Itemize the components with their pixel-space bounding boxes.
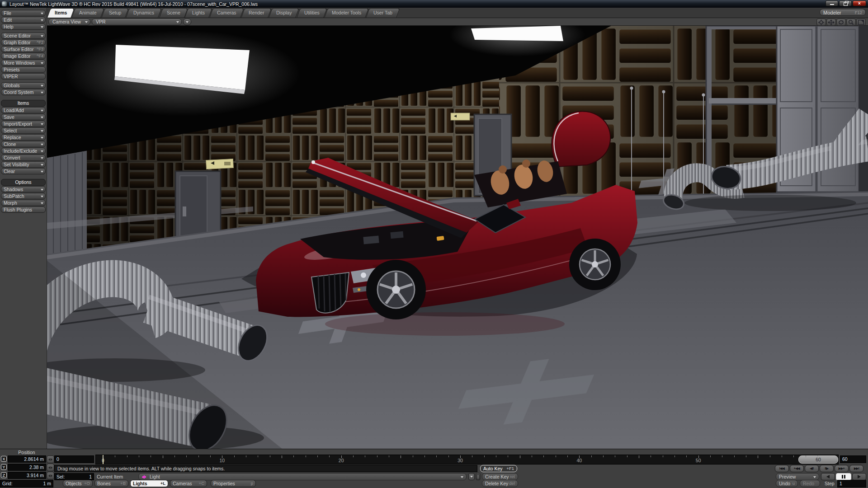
tab-lights[interactable]: Lights [184,8,212,18]
play-reverse-button[interactable] [821,473,835,480]
tab-modeler-tools[interactable]: Modeler Tools [324,8,369,18]
tab-scene[interactable]: Scene [159,8,188,18]
previous-key-button[interactable]: +◀◀ [790,465,804,472]
sidebar-item-help[interactable]: Help [1,23,46,30]
sidebar-item-clear[interactable]: Clear [1,168,46,174]
tab-setup[interactable]: Setup [101,8,129,18]
sidebar-item-presets[interactable]: Presets [1,66,46,73]
stepper-right-icon [51,458,52,461]
sidebar-item-more-windows[interactable]: More Windows [1,60,46,66]
sidebar-item-image-editor[interactable]: Image Editor^F4 [1,53,46,59]
tab-animate[interactable]: Animate [72,8,104,18]
create-key-button[interactable]: Create Key ret [482,473,518,480]
tab-user-tab[interactable]: User Tab [366,8,400,18]
timeline-end-handle[interactable]: 60 [798,455,838,464]
item-tab-lights[interactable]: Lights+L [130,480,168,487]
close-button[interactable]: × [853,0,866,6]
minimize-button[interactable] [826,0,838,6]
restore-icon [844,2,848,6]
sidebar-item-edit[interactable]: Edit [1,17,46,23]
redo-button[interactable]: Redo [800,480,820,487]
tab-items[interactable]: Items [47,8,75,18]
go-to-start-button[interactable]: I◀◀ [775,465,789,472]
current-item-list-button[interactable] [468,473,475,480]
auto-key-button[interactable]: Auto Key +F1 [480,465,517,472]
undo-button[interactable]: Undo u [776,480,798,487]
sidebar-item-file[interactable]: File [1,10,46,16]
play-forward-button[interactable] [852,473,866,480]
sidebar-item-label: Clone [4,141,16,147]
title-bar[interactable]: Layout™ NewTek LightWave 3D ® HC Rev 201… [0,0,868,8]
x-axis-button[interactable]: X [1,456,7,462]
x-position-stepper[interactable] [47,455,54,463]
maximize-viewport-icon[interactable] [856,19,866,26]
z-axis-button[interactable]: Z [1,472,7,478]
center-view-icon[interactable] [816,19,826,26]
sidebar-item-graph-editor[interactable]: Graph Editor^F2 [1,39,46,46]
item-tab-bones[interactable]: Bones+B [94,480,128,487]
sidebar-item-clone[interactable]: Clone [1,141,46,147]
modeler-button[interactable]: Modeler F12 [820,9,866,16]
tab-dynamics[interactable]: Dynamics [126,8,162,18]
y-position-stepper[interactable] [47,464,54,471]
sidebar-item-subpatch[interactable]: SubPatch [1,193,46,199]
render-mode-dropdown[interactable]: VPR [92,19,182,25]
next-frame-button[interactable]: II▶ [820,465,834,472]
auto-key-label: Auto Key [483,466,503,471]
y-position-field[interactable]: 2.38 m [8,464,46,471]
current-frame-field[interactable]: 0 [54,455,94,463]
x-position-field[interactable]: 2.8614 m [8,455,46,463]
sidebar-item-shadows[interactable]: Shadows [1,186,46,192]
chevron-down-icon [41,92,43,94]
restore-button[interactable] [839,0,852,6]
tab-display[interactable]: Display [269,8,300,18]
viewport-render[interactable] [47,26,868,449]
previous-frame-button[interactable]: ◀II [805,465,819,472]
sidebar-item-surface-editor[interactable]: Surface Editor^F3 [1,46,46,52]
sidebar-item-coord-system[interactable]: Coord System [1,89,46,95]
sidebar-item-globals[interactable]: Globals [1,82,46,89]
sidebar-item-viper[interactable]: VIPER [1,73,46,80]
sidebar-item-scene-editor[interactable]: Scene Editor [1,33,46,39]
next-key-button[interactable]: ▶▶+ [835,465,849,472]
z-position-stepper[interactable] [47,472,54,479]
sidebar-item-save[interactable]: Save [1,114,46,120]
end-frame-field[interactable]: 60 [840,455,866,463]
delete-key-button[interactable]: Delete Key del [482,480,518,487]
sidebar-item-label: Morph [4,200,17,206]
sidebar-item-morph[interactable]: Morph [1,200,46,206]
sidebar-item-replace[interactable]: Replace [1,134,46,141]
bottom-panel: Position X 2.8614 m Y 2.38 m Z 3.914 m G… [0,449,868,488]
delete-key-shortcut: del [509,480,515,487]
preview-dropdown[interactable]: Preview [776,473,819,480]
view-mode-dropdown[interactable]: Camera View [48,19,90,25]
item-tab-objects[interactable]: Objects+O [63,480,93,487]
rotate-view-icon[interactable] [836,19,846,26]
viewport-options-dropdown[interactable] [183,19,191,25]
window-title: Layout™ NewTek LightWave 3D ® HC Rev 201… [9,1,258,7]
go-to-end-button[interactable]: ▶▶I [849,465,863,472]
item-tab-cameras[interactable]: Cameras+C [170,480,207,487]
tab-utilities[interactable]: Utilities [297,8,327,18]
sidebar-item-set-visibility[interactable]: Set Visibility [1,161,46,168]
tab-label: Items [55,9,67,17]
sidebar-item-select[interactable]: Select [1,127,46,134]
z-position-field[interactable]: 3.914 m [8,472,46,479]
sidebar-item-convert[interactable]: Convert [1,155,46,161]
sidebar-item-load-add[interactable]: Load/Add [1,107,46,113]
current-item-dropdown[interactable]: Light [138,473,467,480]
tab-render[interactable]: Render [241,8,272,18]
move-view-icon[interactable] [826,19,836,26]
step-field[interactable]: 1 [837,480,866,488]
current-item-lock-button[interactable] [476,473,481,480]
zoom-view-icon[interactable] [846,19,856,26]
chevron-down-icon [41,196,43,197]
pause-button[interactable] [836,473,851,480]
sidebar-item-flush-plugins[interactable]: Flush Plugins [1,206,46,213]
sidebar-item-import-export[interactable]: Import/Export [1,121,46,127]
tab-cameras[interactable]: Cameras [210,8,244,18]
sidebar-item-include-exclude[interactable]: Include/Exclude [1,148,46,154]
y-axis-button[interactable]: Y [1,464,7,470]
timeline-ruler[interactable]: 60 01020304050 [95,455,839,465]
item-tab-properties[interactable]: Propertiesp [211,480,256,487]
